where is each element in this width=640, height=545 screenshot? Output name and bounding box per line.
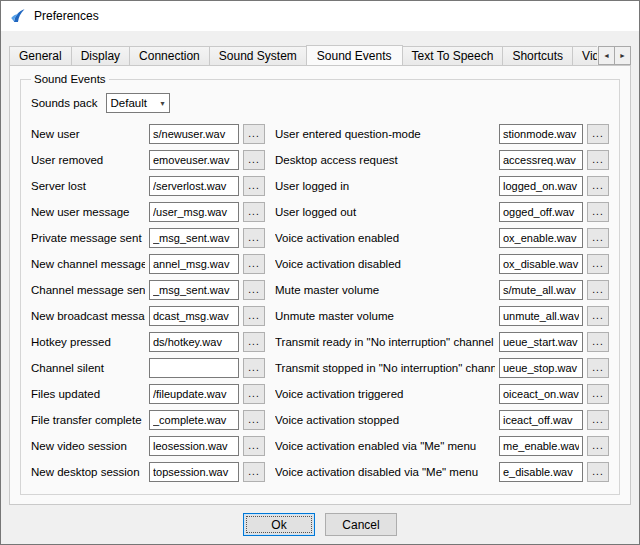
sound-event-label: Voice activation enabled xyxy=(275,232,495,244)
browse-button[interactable]: ... xyxy=(587,228,609,248)
tab-display[interactable]: Display xyxy=(71,46,130,65)
browse-button[interactable]: ... xyxy=(243,306,265,326)
tab-text-to-speech[interactable]: Text To Speech xyxy=(402,46,504,65)
sound-event-label: Voice activation enabled via "Me" menu xyxy=(275,440,495,452)
browse-button[interactable]: ... xyxy=(587,358,609,378)
sound-file-input[interactable] xyxy=(499,306,583,326)
sound-events-right-column: User entered question-mode ... Desktop a… xyxy=(275,124,609,482)
browse-button[interactable]: ... xyxy=(243,410,265,430)
sound-event-label: New channel message xyxy=(31,258,145,270)
sound-event-label: New desktop session xyxy=(31,466,145,478)
browse-button[interactable]: ... xyxy=(243,436,265,456)
sound-event-label: Unmute master volume xyxy=(275,310,495,322)
sound-file-input[interactable] xyxy=(149,462,239,482)
sound-file-input[interactable] xyxy=(149,202,239,222)
sound-file-input[interactable] xyxy=(149,254,239,274)
sound-event-label: Voice activation stopped xyxy=(275,414,495,426)
sound-event-label: Voice activation disabled xyxy=(275,258,495,270)
browse-button[interactable]: ... xyxy=(587,410,609,430)
tab-general[interactable]: General xyxy=(9,46,72,65)
tab-scroll-buttons: ◄ ► xyxy=(598,46,631,65)
sound-file-input[interactable] xyxy=(149,280,239,300)
sound-file-input[interactable] xyxy=(499,228,583,248)
sound-event-label: Channel message sent xyxy=(31,284,145,296)
browse-button[interactable]: ... xyxy=(243,228,265,248)
dialog-body: General Display Connection Sound System … xyxy=(1,31,639,544)
browse-button[interactable]: ... xyxy=(587,254,609,274)
sound-file-input[interactable] xyxy=(499,254,583,274)
sound-file-input[interactable] xyxy=(499,280,583,300)
chevron-down-icon: ▾ xyxy=(160,99,164,108)
sound-event-label: User entered question-mode xyxy=(275,128,495,140)
sound-file-input[interactable] xyxy=(149,410,239,430)
browse-button[interactable]: ... xyxy=(243,150,265,170)
browse-button[interactable]: ... xyxy=(587,150,609,170)
tab-sound-events[interactable]: Sound Events xyxy=(306,45,403,65)
sound-file-input[interactable] xyxy=(499,436,583,456)
browse-button[interactable]: ... xyxy=(243,254,265,274)
browse-button[interactable]: ... xyxy=(243,384,265,404)
sound-event-label: User removed xyxy=(31,154,145,166)
sound-event-label: Mute master volume xyxy=(275,284,495,296)
sound-file-input[interactable] xyxy=(499,410,583,430)
sound-event-label: User logged out xyxy=(275,206,495,218)
sound-file-input[interactable] xyxy=(149,228,239,248)
preferences-window: Preferences General Display Connection S… xyxy=(0,0,640,545)
dialog-footer: Ok Cancel xyxy=(9,505,631,544)
browse-button[interactable]: ... xyxy=(243,202,265,222)
sound-file-input[interactable] xyxy=(499,332,583,352)
browse-button[interactable]: ... xyxy=(587,124,609,144)
sound-file-input[interactable] xyxy=(149,176,239,196)
sounds-pack-value: Default xyxy=(111,97,147,109)
sound-events-group: Sound Events Sounds pack Default ▾ New u… xyxy=(20,73,620,495)
sound-event-label: Channel silent xyxy=(31,362,145,374)
browse-button[interactable]: ... xyxy=(587,280,609,300)
sound-events-left-column: New user ... User removed ... Server los… xyxy=(31,124,265,482)
sound-event-label: Voice activation triggered xyxy=(275,388,495,400)
sound-file-input[interactable] xyxy=(499,358,583,378)
sound-event-label: Private message sent xyxy=(31,232,145,244)
cancel-button[interactable]: Cancel xyxy=(325,513,397,536)
sound-event-label: Files updated xyxy=(31,388,145,400)
sound-file-input[interactable] xyxy=(499,384,583,404)
sound-file-input[interactable] xyxy=(149,150,239,170)
browse-button[interactable]: ... xyxy=(587,462,609,482)
sound-file-input[interactable] xyxy=(499,202,583,222)
sound-file-input[interactable] xyxy=(149,306,239,326)
sound-file-input[interactable] xyxy=(149,124,239,144)
browse-button[interactable]: ... xyxy=(243,462,265,482)
sounds-pack-label: Sounds pack xyxy=(31,97,98,109)
sound-file-input[interactable] xyxy=(149,384,239,404)
tab-sound-system[interactable]: Sound System xyxy=(209,46,307,65)
sound-file-input[interactable] xyxy=(499,150,583,170)
tab-connection[interactable]: Connection xyxy=(129,46,210,65)
browse-button[interactable]: ... xyxy=(587,306,609,326)
tab-page-sound-events: Sound Events Sounds pack Default ▾ New u… xyxy=(9,65,631,505)
browse-button[interactable]: ... xyxy=(587,384,609,404)
sound-file-input[interactable] xyxy=(499,176,583,196)
sound-file-input[interactable] xyxy=(499,124,583,144)
browse-button[interactable]: ... xyxy=(243,176,265,196)
browse-button[interactable]: ... xyxy=(587,176,609,196)
sound-file-input[interactable] xyxy=(499,462,583,482)
sound-file-input[interactable] xyxy=(149,358,239,378)
sound-event-label: Desktop access request xyxy=(275,154,495,166)
browse-button[interactable]: ... xyxy=(243,358,265,378)
tab-scroll-right-button[interactable]: ► xyxy=(614,46,631,65)
browse-button[interactable]: ... xyxy=(587,332,609,352)
tab-scroll-left-button[interactable]: ◄ xyxy=(598,46,615,65)
sound-event-label: User logged in xyxy=(275,180,495,192)
browse-button[interactable]: ... xyxy=(587,436,609,456)
title-bar: Preferences xyxy=(1,1,639,31)
browse-button[interactable]: ... xyxy=(587,202,609,222)
tab-strip: General Display Connection Sound System … xyxy=(9,44,631,65)
sounds-pack-select[interactable]: Default ▾ xyxy=(106,93,170,113)
ok-button[interactable]: Ok xyxy=(243,513,315,536)
sound-file-input[interactable] xyxy=(149,332,239,352)
sound-file-input[interactable] xyxy=(149,436,239,456)
tab-video[interactable]: Video xyxy=(572,46,597,65)
browse-button[interactable]: ... xyxy=(243,124,265,144)
browse-button[interactable]: ... xyxy=(243,280,265,300)
browse-button[interactable]: ... xyxy=(243,332,265,352)
tab-shortcuts[interactable]: Shortcuts xyxy=(502,46,573,65)
